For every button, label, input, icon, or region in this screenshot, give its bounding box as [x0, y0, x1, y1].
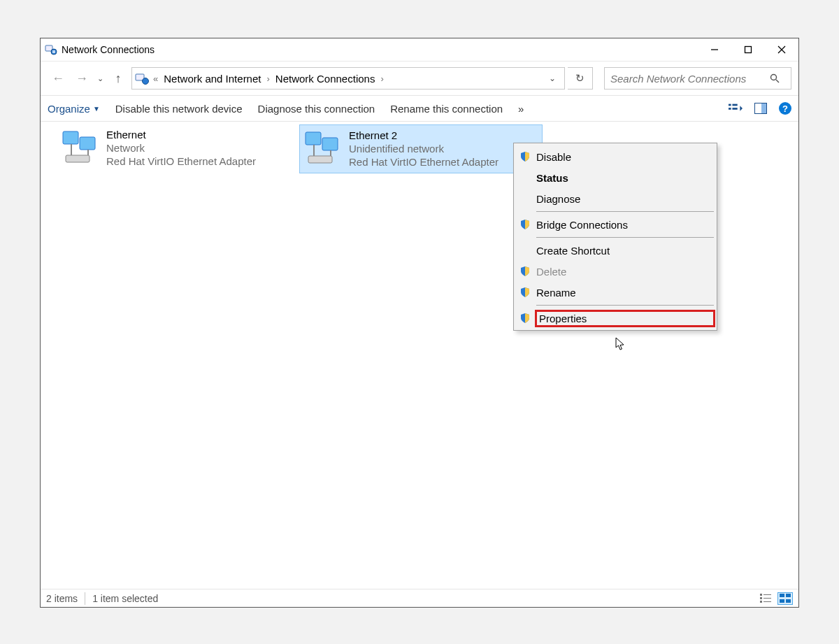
diagnose-connection-button[interactable]: Diagnose this connection — [258, 103, 375, 115]
menu-label: Bridge Connections — [535, 219, 715, 231]
menu-label: Delete — [535, 266, 715, 278]
svg-rect-19 — [66, 155, 89, 162]
organize-label: Organize — [48, 103, 90, 115]
svg-rect-25 — [760, 597, 762, 599]
adapter-context-menu: Disable Status Diagnose Bridge Connectio… — [513, 143, 717, 331]
menu-item-bridge-connections[interactable]: Bridge Connections — [515, 214, 715, 235]
window-controls — [698, 38, 798, 61]
shield-icon — [515, 151, 535, 162]
titlebar: Network Connections — [41, 38, 798, 62]
menu-label: Properties — [535, 310, 715, 327]
menu-item-diagnose[interactable]: Diagnose — [515, 188, 715, 209]
dropdown-icon: ▼ — [93, 105, 100, 113]
history-dropdown[interactable]: ⌄ — [95, 74, 105, 83]
svg-rect-20 — [306, 132, 321, 145]
mouse-cursor-icon — [615, 337, 625, 351]
maximize-button[interactable] — [731, 38, 765, 61]
svg-rect-32 — [786, 599, 791, 603]
status-selected-count: 1 item selected — [92, 593, 158, 604]
disable-device-button[interactable]: Disable this network device — [115, 103, 243, 115]
breadcrumb-separator: › — [264, 73, 272, 84]
search-icon[interactable] — [770, 73, 791, 83]
adapter-item-ethernet-2[interactable]: Ethernet 2 Unidentified network Red Hat … — [299, 124, 543, 173]
shield-icon — [515, 266, 535, 277]
menu-label: Create Shortcut — [535, 245, 715, 257]
breadcrumb-crumb-1[interactable]: Network Connections — [274, 73, 377, 85]
svg-point-8 — [143, 78, 149, 85]
svg-rect-26 — [763, 598, 771, 599]
svg-rect-16 — [761, 103, 766, 113]
svg-rect-11 — [729, 104, 731, 106]
svg-rect-31 — [780, 599, 784, 603]
menu-label: Rename — [535, 287, 715, 299]
menu-item-rename[interactable]: Rename — [515, 282, 715, 303]
svg-rect-2 — [52, 50, 55, 53]
preview-pane-button[interactable] — [754, 101, 768, 115]
breadcrumb-separator: › — [378, 73, 386, 84]
search-box[interactable] — [604, 67, 791, 90]
shield-icon — [515, 219, 535, 230]
network-adapter-icon — [60, 127, 101, 168]
svg-rect-12 — [732, 104, 737, 106]
organize-menu[interactable]: Organize ▼ — [48, 103, 100, 115]
help-button[interactable]: ? — [779, 102, 791, 115]
adapter-status: Unidentified network — [349, 143, 499, 155]
svg-line-10 — [776, 80, 779, 83]
breadcrumb-crumb-0[interactable]: Network and Internet — [162, 73, 262, 85]
network-connections-icon — [45, 43, 57, 56]
menu-item-delete: Delete — [515, 261, 715, 282]
adapter-name: Ethernet — [106, 129, 256, 141]
menu-item-status[interactable]: Status — [515, 167, 715, 188]
adapter-item-ethernet[interactable]: Ethernet Network Red Hat VirtIO Ethernet… — [57, 124, 301, 173]
adapter-device: Red Hat VirtIO Ethernet Adapter — [349, 156, 499, 168]
network-folder-icon — [135, 71, 149, 85]
back-button[interactable]: ← — [48, 68, 69, 89]
svg-rect-17 — [63, 131, 78, 144]
rename-connection-button[interactable]: Rename this connection — [390, 103, 503, 115]
svg-rect-13 — [729, 108, 731, 110]
breadcrumb-prefix: « — [150, 73, 161, 84]
command-bar: Organize ▼ Disable this network device D… — [41, 95, 798, 122]
status-item-count: 2 items — [46, 593, 78, 604]
svg-rect-22 — [308, 156, 332, 163]
up-button[interactable]: ↑ — [108, 68, 129, 89]
search-input[interactable] — [605, 73, 770, 85]
close-button[interactable] — [765, 38, 798, 61]
view-tools: ? — [729, 101, 791, 115]
navigation-bar: ← → ⌄ ↑ « Network and Internet › Network… — [41, 62, 798, 95]
svg-rect-18 — [80, 137, 95, 150]
adapter-list: Ethernet Network Red Hat VirtIO Ethernet… — [41, 122, 798, 589]
overflow-button[interactable]: » — [518, 103, 524, 115]
menu-label: Diagnose — [535, 193, 715, 205]
menu-separator — [536, 211, 714, 212]
refresh-button[interactable]: ↻ — [568, 67, 593, 90]
svg-rect-28 — [763, 601, 771, 602]
tiles-view-button[interactable] — [777, 592, 793, 605]
svg-point-9 — [771, 75, 777, 80]
menu-separator — [536, 305, 714, 306]
status-bar: 2 items 1 item selected — [41, 589, 798, 607]
status-separator — [85, 592, 85, 605]
adapter-status: Network — [106, 142, 256, 154]
network-connections-window: Network Connections ← → ⌄ ↑ « — [40, 38, 799, 608]
address-dropdown[interactable]: ⌄ — [543, 73, 561, 83]
adapter-name: Ethernet 2 — [349, 129, 499, 141]
svg-rect-4 — [745, 47, 752, 53]
svg-rect-27 — [760, 601, 762, 603]
address-bar[interactable]: « Network and Internet › Network Connect… — [131, 67, 565, 90]
forward-button[interactable]: → — [71, 68, 92, 89]
menu-label: Status — [535, 172, 715, 184]
window-title: Network Connections — [62, 44, 698, 55]
svg-rect-23 — [760, 594, 762, 596]
svg-rect-29 — [780, 594, 784, 597]
svg-rect-24 — [763, 594, 771, 595]
details-view-button[interactable] — [758, 592, 773, 605]
menu-item-disable[interactable]: Disable — [515, 146, 715, 167]
menu-item-create-shortcut[interactable]: Create Shortcut — [515, 240, 715, 261]
shield-icon — [515, 313, 535, 324]
change-view-button[interactable] — [729, 101, 743, 115]
menu-item-properties[interactable]: Properties — [515, 308, 715, 329]
minimize-button[interactable] — [698, 38, 731, 61]
menu-label: Disable — [535, 151, 715, 163]
adapter-device: Red Hat VirtIO Ethernet Adapter — [106, 155, 256, 167]
